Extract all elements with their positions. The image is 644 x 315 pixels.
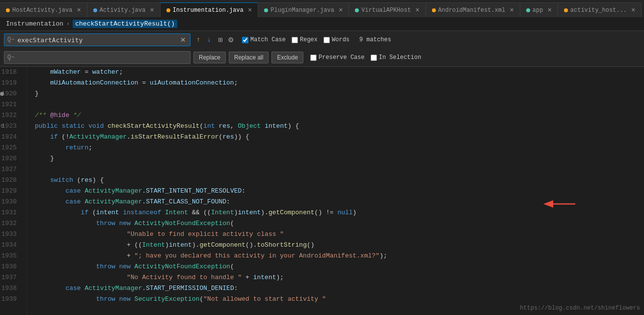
tab-plugin[interactable]: PluginManager.java × (258, 2, 349, 17)
replace-all-button[interactable]: Replace all (229, 52, 268, 63)
line-number: 1929 (0, 186, 21, 197)
table-row: throw new ActivityNotFoundException( (35, 261, 644, 272)
tabs-bar: HostActivity.java × Activity.java × Inst… (0, 0, 644, 17)
line-number: 1920 (0, 88, 21, 99)
replace-input-wrap: Q~ (4, 51, 190, 64)
tab-dot-activity-host (564, 8, 568, 12)
tab-dot-host (6, 8, 10, 12)
match-case-checkbox[interactable] (242, 37, 248, 43)
table-row (35, 99, 644, 110)
breadcrumb-method[interactable]: checkStartActivityResult() (73, 20, 177, 28)
tab-activity[interactable]: Activity.java × (87, 2, 161, 17)
nav-arrows: ↑ ↓ (193, 35, 214, 45)
exclude-button[interactable]: Exclude (271, 52, 303, 63)
replace-button[interactable]: Replace (193, 52, 226, 63)
table-row: "No Activity found to handle " + intent)… (35, 272, 644, 283)
breadcrumb-instrumentation[interactable]: Instrumentation (6, 20, 63, 28)
breadcrumb-separator: › (66, 21, 70, 28)
line-number: 1924 (0, 132, 21, 143)
code-area: 19181919192019211922⊟1923192419251926192… (0, 67, 644, 315)
tab-label-instrumentation: Instrumentation.java (173, 7, 243, 14)
regex-checkbox[interactable] (292, 37, 298, 43)
prev-match-button[interactable]: ↑ (193, 35, 203, 45)
line-number: 1939 (0, 294, 21, 305)
watermark: https://blog.csdn.net/shineflowers (520, 305, 640, 312)
line-number: 1935 (0, 251, 21, 261)
tab-dot-virtual (355, 8, 359, 12)
table-row: switch (res) { (35, 175, 644, 186)
line-number: 1928 (0, 175, 21, 186)
table-row: /** @hide */ (35, 110, 644, 121)
find-row: Q~ ✕ ↑ ↓ ⊞ ⚙ Match Case Regex Words 9 ma… (0, 31, 644, 49)
table-row: return; (35, 143, 644, 153)
tab-close-activity-host[interactable]: × (631, 7, 635, 14)
match-case-option[interactable]: Match Case (242, 36, 286, 43)
tab-manifest[interactable]: AndroidManifest.xml × (426, 2, 520, 17)
breadcrumb: Instrumentation › checkStartActivityResu… (0, 17, 644, 31)
tab-instrumentation[interactable]: Instrumentation.java × (161, 2, 258, 17)
tab-dot-app (526, 8, 530, 12)
preserve-case-label: Preserve Case (319, 54, 365, 61)
tab-dot-plugin (264, 8, 268, 12)
line-number: 1926 (0, 153, 21, 164)
in-selection-checkbox[interactable] (371, 55, 377, 61)
tab-dot-activity (93, 8, 97, 12)
search-area: Q~ ✕ ↑ ↓ ⊞ ⚙ Match Case Regex Words 9 ma… (0, 31, 644, 67)
tab-label-activity-host: activity_host... (570, 7, 627, 14)
tab-virtual[interactable]: VirtualAPKHost × (349, 2, 426, 17)
next-match-button[interactable]: ↓ (204, 35, 214, 45)
tab-label-plugin: PluginManager.java (270, 7, 334, 14)
tab-activity-host[interactable]: activity_host... × (558, 2, 642, 17)
tab-label-virtual: VirtualAPKHost (361, 7, 411, 14)
line-number: ⊟1923 (0, 121, 21, 132)
table-row: mWatcher = watcher; (35, 67, 644, 78)
table-row: throw new SecurityException("Not allowed… (35, 294, 644, 305)
tab-app[interactable]: app × (520, 2, 558, 17)
line-number: 1938 (0, 283, 21, 294)
replace-options: Preserve Case In Selection (310, 54, 421, 61)
words-checkbox[interactable] (323, 37, 330, 43)
line-number: 1934 (0, 240, 21, 251)
table-row: } (35, 153, 644, 164)
find-in-selection-button[interactable]: ⊞ (217, 35, 224, 44)
fold-icon[interactable]: ⊟ (1, 121, 4, 132)
line-number: 1925 (0, 143, 21, 153)
settings-button[interactable]: ⚙ (227, 35, 235, 45)
tab-close-app[interactable]: × (547, 7, 551, 14)
line-number: 1937 (0, 272, 21, 283)
table-row: if (!ActivityManager.isStartResultFatalE… (35, 132, 644, 143)
tab-close-host[interactable]: × (77, 7, 80, 14)
line-number: 1918 (0, 67, 21, 78)
table-row: mUiAutomationConnection = uiAutomationCo… (35, 78, 644, 88)
replace-prefix-icon: Q~ (7, 54, 14, 61)
words-option[interactable]: Words (323, 36, 349, 43)
code-content: mWatcher = watcher; mUiAutomationConnect… (27, 67, 644, 315)
find-prefix-icon: Q~ (7, 36, 14, 43)
clear-find-button[interactable]: ✕ (179, 35, 187, 45)
table-row: + ((Intent)intent).getComponent().toShor… (35, 240, 644, 251)
regex-option[interactable]: Regex (292, 36, 318, 43)
tab-label-app: app (533, 7, 543, 14)
tab-label-activity: Activity.java (100, 7, 146, 14)
line-number: 1931 (0, 207, 21, 218)
tab-label-manifest: AndroidManifest.xml (438, 7, 506, 14)
tab-close-virtual[interactable]: × (415, 7, 419, 14)
words-label: Words (332, 36, 349, 43)
find-input[interactable] (17, 36, 177, 44)
tab-close-plugin[interactable]: × (339, 7, 343, 14)
tab-close-activity[interactable]: × (150, 7, 154, 14)
tab-close-instrumentation[interactable]: × (248, 7, 252, 14)
tab-close-manifest[interactable]: × (510, 7, 513, 14)
in-selection-option[interactable]: In Selection (371, 54, 421, 61)
tab-label-host: HostActivity.java (12, 7, 72, 14)
find-input-wrap: Q~ ✕ (4, 33, 190, 46)
regex-label: Regex (300, 36, 318, 43)
preserve-case-option[interactable]: Preserve Case (310, 54, 365, 61)
line-number: 1936 (0, 261, 21, 272)
line-numbers: 19181919192019211922⊟1923192419251926192… (0, 67, 27, 315)
line-number: 1933 (0, 229, 21, 240)
preserve-case-checkbox[interactable] (310, 55, 317, 61)
line-number: 1921 (0, 99, 21, 110)
replace-input[interactable] (16, 54, 187, 61)
tab-host[interactable]: HostActivity.java × (0, 2, 87, 17)
